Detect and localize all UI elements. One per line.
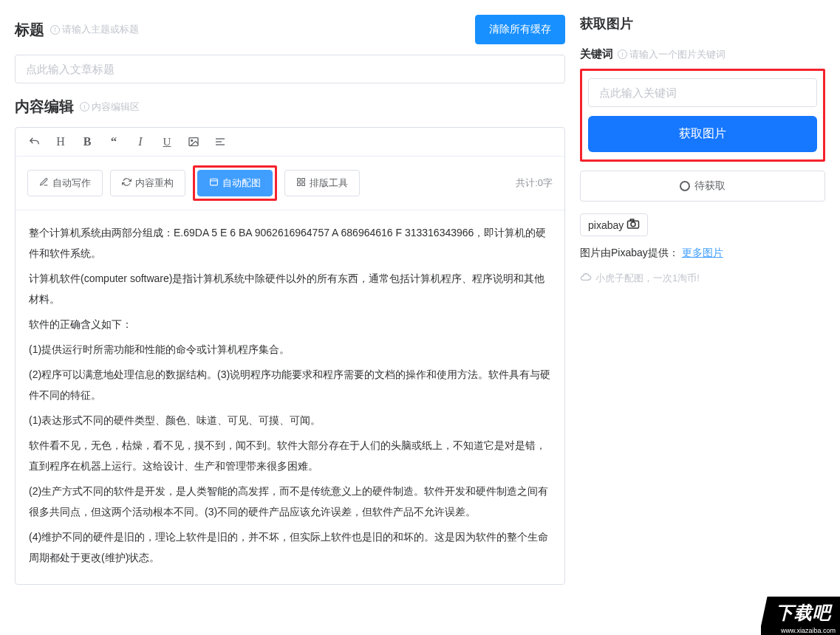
pending-button[interactable]: 待获取	[580, 171, 825, 202]
svg-rect-13	[631, 219, 635, 221]
pixabay-badge: pixabay	[580, 213, 648, 236]
paragraph: (2)生产方式不同的软件是开发，是人类智能的高发挥，而不是传统意义上的硬件制造。…	[29, 481, 551, 522]
camera-icon	[626, 219, 640, 231]
undo-icon[interactable]	[27, 135, 41, 148]
article-title-input[interactable]	[15, 55, 565, 83]
meta-note: 小虎子配图，一次1淘币!	[580, 272, 825, 285]
watermark-text: 下载吧	[761, 597, 840, 626]
fetch-image-button[interactable]: 获取图片	[588, 116, 817, 152]
paragraph: (1)表达形式不同的硬件类型、颜色、味道、可见、可摸、可闻。	[29, 410, 551, 430]
svg-rect-10	[302, 183, 305, 186]
info-icon: !	[80, 102, 89, 111]
svg-rect-8	[302, 179, 305, 182]
align-left-icon[interactable]	[214, 135, 227, 148]
layout-tool-button[interactable]: 排版工具	[284, 170, 360, 196]
auto-image-button[interactable]: 自动配图	[197, 170, 273, 196]
heading-icon[interactable]: H	[54, 135, 67, 148]
image-icon[interactable]	[187, 135, 200, 148]
bold-icon[interactable]: B	[81, 135, 94, 148]
paragraph: 软件的正确含义如下：	[29, 314, 551, 334]
watermark: 下载吧 www.xiazaiba.com	[761, 597, 840, 635]
paragraph: (2)程序可以满意地处理信息的数据结构。(3)说明程序功能要求和程序需要的文档的…	[29, 364, 551, 405]
italic-icon[interactable]: I	[134, 135, 147, 148]
content-hint: ! 内容编辑区	[80, 100, 140, 114]
restructure-button[interactable]: 内容重构	[110, 170, 185, 196]
reload-icon	[122, 177, 132, 189]
auto-write-button[interactable]: 自动写作	[27, 170, 103, 196]
image-sidebar: 获取图片 关键词 ! 请输入一个图片关键词 获取图片 待获取 pixabay 图…	[573, 0, 840, 635]
editor-box: H B “ I U 自动写作 内容重构	[15, 127, 565, 585]
keyword-hint: ! 请输入一个图片关键词	[618, 48, 725, 61]
image-panel-title: 获取图片	[580, 15, 825, 32]
keyword-label-row: 关键词 ! 请输入一个图片关键词	[580, 47, 825, 61]
quote-icon[interactable]: “	[107, 135, 120, 148]
action-row: 自动写作 内容重构 自动配图 排版工具	[16, 157, 564, 210]
svg-point-1	[191, 140, 193, 141]
content-body[interactable]: 整个计算机系统由两部分组成：E.69DA 5 E 6 BA 9062616964…	[16, 210, 564, 584]
underline-icon[interactable]: U	[160, 135, 174, 148]
pencil-icon	[39, 177, 49, 189]
paragraph: 软件看不见，无色，枯燥，看不见，摸不到，闻不到。软件大部分存在于人们的头脑或纸上…	[29, 435, 551, 476]
watermark-url: www.xiazaiba.com	[761, 626, 840, 635]
info-icon: !	[618, 49, 627, 59]
title-hint: ! 请输入主题或标题	[50, 23, 139, 36]
cloud-icon	[580, 273, 592, 284]
clear-cache-button[interactable]: 清除所有缓存	[475, 15, 565, 44]
info-icon: !	[50, 25, 60, 35]
auto-image-highlight: 自动配图	[193, 165, 277, 201]
more-images-link[interactable]: 更多图片	[682, 247, 723, 258]
format-toolbar: H B “ I U	[16, 128, 564, 157]
paragraph: (4)维护不同的硬件是旧的，理论上软件是旧的，并不坏，但实际上软件也是旧的和坏的…	[29, 526, 551, 568]
paragraph: (1)提供运行时所需功能和性能的命令或计算机程序集合。	[29, 339, 551, 360]
grid-icon	[296, 177, 306, 189]
svg-rect-9	[298, 183, 301, 186]
title-label: 标题	[15, 20, 44, 40]
keyword-highlight-box: 获取图片	[580, 69, 825, 162]
word-count: 共计:0字	[516, 176, 553, 190]
window-icon	[209, 177, 219, 189]
content-edit-label: 内容编辑	[15, 97, 74, 117]
svg-rect-5	[211, 179, 218, 185]
paragraph: 计算机软件(computer software)是指计算机系统中除硬件以外的所有…	[29, 268, 551, 309]
svg-point-12	[631, 222, 635, 227]
keyword-input[interactable]	[588, 78, 817, 107]
attribution: 图片由Pixabay提供： 更多图片	[580, 247, 825, 260]
title-section-header: 标题 ! 请输入主题或标题 清除所有缓存	[15, 15, 565, 44]
keyword-label: 关键词	[580, 47, 613, 61]
content-section-header: 内容编辑 ! 内容编辑区	[15, 97, 565, 117]
circle-icon	[680, 181, 690, 191]
main-panel: 标题 ! 请输入主题或标题 清除所有缓存 内容编辑 ! 内容编辑区 H	[0, 0, 573, 635]
svg-rect-7	[298, 179, 301, 182]
paragraph: 整个计算机系统由两部分组成：E.69DA 5 E 6 BA 9062616964…	[29, 222, 551, 264]
